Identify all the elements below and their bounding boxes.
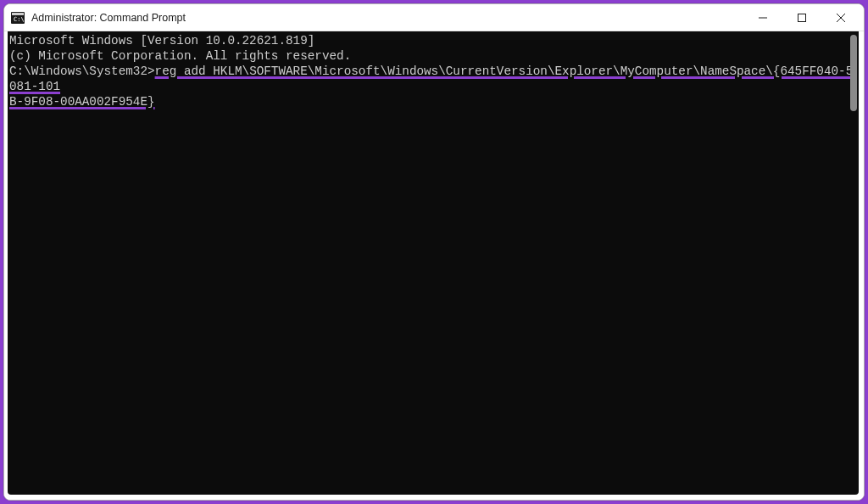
svg-rect-1 xyxy=(12,13,24,15)
close-button[interactable] xyxy=(821,4,860,31)
svg-rect-4 xyxy=(798,14,806,21)
cmd-icon: C:\ xyxy=(11,11,25,25)
highlighted-command-segment: B-9F08-00AA002F954E} xyxy=(9,95,155,109)
svg-text:C:\: C:\ xyxy=(14,16,25,23)
window-controls xyxy=(743,4,860,31)
terminal-prompt: C:\Windows\System32> xyxy=(9,64,155,78)
titlebar[interactable]: C:\ Administrator: Command Prompt xyxy=(4,4,864,31)
terminal-command-line: C:\Windows\System32>reg add HKLM\SOFTWAR… xyxy=(9,64,855,94)
terminal-command-line-wrap: B-9F08-00AA002F954E} xyxy=(9,94,855,109)
terminal[interactable]: Microsoft Windows [Version 10.0.22621.81… xyxy=(8,31,859,495)
scrollbar-track[interactable] xyxy=(849,31,859,495)
terminal-output-line: Microsoft Windows [Version 10.0.22621.81… xyxy=(9,33,855,48)
terminal-client-area: Microsoft Windows [Version 10.0.22621.81… xyxy=(4,31,864,500)
scrollbar-thumb[interactable] xyxy=(850,35,857,111)
cmd-window: C:\ Administrator: Command Prompt xyxy=(3,3,865,501)
maximize-button[interactable] xyxy=(782,4,821,31)
terminal-output-line: (c) Microsoft Corporation. All rights re… xyxy=(9,48,855,64)
minimize-button[interactable] xyxy=(743,4,782,31)
annotation-highlight-frame: C:\ Administrator: Command Prompt xyxy=(0,0,868,504)
window-title: Administrator: Command Prompt xyxy=(31,12,186,24)
